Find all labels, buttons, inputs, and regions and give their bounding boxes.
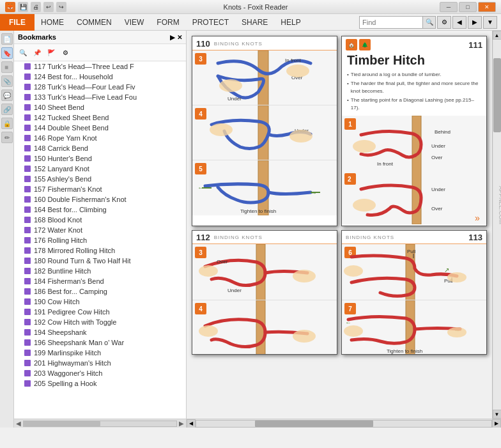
bookmark-item[interactable]: 172 Water Knot (14, 225, 186, 235)
bookmark-item[interactable]: 150 Hunter's Bend (14, 153, 186, 164)
bookmark-item[interactable]: 186 Best for... Camping (14, 286, 186, 297)
panel-icon-pages[interactable]: 📄 (1, 33, 13, 45)
close-button[interactable]: ✕ (478, 2, 496, 12)
scroll-track[interactable] (493, 40, 501, 410)
bookmark-label: 194 Sheepshank (34, 328, 87, 336)
pdf-row-1: 110 BINDING KNOTS 3 (192, 36, 487, 226)
panel-icon-bookmarks[interactable]: 🔖 (1, 47, 13, 59)
bookmark-item[interactable]: 152 Lanyard Knot (14, 164, 186, 174)
svg-text:In front: In front (377, 161, 394, 167)
bookmark-label: 155 Ashley's Bend (34, 175, 91, 183)
bookmark-item[interactable]: 190 Cow Hitch (14, 297, 186, 307)
panel-icon-layers[interactable]: ≡ (1, 61, 13, 73)
search-input[interactable] (359, 16, 423, 29)
right-scrollbar[interactable]: ▲ ▼ (492, 31, 501, 419)
bookmark-item[interactable]: 128 Turk's Head—Four Lead Fiv (14, 82, 186, 92)
bookmark-item[interactable]: 201 Highwayman's Hitch (14, 358, 186, 368)
bookmark-item[interactable]: 182 Buntline Hitch (14, 266, 186, 276)
bookmark-item[interactable]: 191 Pedigree Cow Hitch (14, 307, 186, 317)
menu-help[interactable]: HELP (274, 14, 307, 31)
menu-comment[interactable]: COMMEN (70, 14, 118, 31)
bookmark-label: 182 Buntline Hitch (34, 267, 91, 275)
bookmark-item[interactable]: 142 Tucked Sheet Bend (14, 112, 186, 123)
bookmark-item[interactable]: 205 Spelling a Hook (14, 378, 186, 389)
sidebar-hscroll[interactable] (23, 421, 177, 427)
bookmark-list[interactable]: 117 Turk's Head—Three Lead F124 Best for… (14, 61, 186, 419)
page-113-num: 113 (468, 233, 482, 242)
bookmark-item[interactable]: 176 Rolling Hitch (14, 235, 186, 245)
p113-step7-svg: Tighten to finish ← → (342, 300, 482, 355)
app-icon-print[interactable]: 🖨 (31, 2, 41, 12)
pdf-scroll-area[interactable]: 110 BINDING KNOTS 3 (187, 31, 492, 419)
bullet-dot-1: • (347, 71, 349, 79)
sidebar-close-btn[interactable]: ✕ (177, 34, 182, 41)
app-icon-undo[interactable]: ↩ (43, 2, 54, 12)
page-111-title: Timber Hitch (347, 53, 481, 67)
bookmark-item[interactable]: 196 Sheepshank Man o' War (14, 337, 186, 348)
menu-file[interactable]: FILE (0, 14, 35, 31)
bottom-scrollbar[interactable]: ◀ ▶ (187, 419, 501, 428)
bookmark-item[interactable]: 140 Sheet Bend (14, 102, 186, 112)
bookmark-icon (24, 247, 31, 254)
bookmark-item[interactable]: 192 Cow Hitch with Toggle (14, 317, 186, 327)
menu-home[interactable]: HOME (35, 14, 70, 31)
bookmark-item[interactable]: 144 Double Sheet Bend (14, 123, 186, 133)
bookmark-item[interactable]: 199 Marlinspike Hitch (14, 348, 186, 358)
scroll-bottom-left[interactable]: ◀ (187, 419, 196, 428)
bookmark-item[interactable]: 155 Ashley's Bend (14, 174, 186, 184)
bookmark-item[interactable]: 178 Mirrored Rolling Hitch (14, 245, 186, 256)
menu-view[interactable]: VIEW (118, 14, 151, 31)
h-scroll-track[interactable] (196, 420, 492, 428)
bookmark-item[interactable]: 124 Best for... Household (14, 72, 186, 82)
scroll-up-btn[interactable]: ▲ (493, 31, 502, 40)
bookmark-item[interactable]: 194 Sheepshank (14, 327, 186, 337)
scroll-thumb[interactable] (493, 58, 501, 132)
panel-icon-lock[interactable]: 🔒 (1, 118, 13, 129)
bookmark-item[interactable]: 180 Round Turn & Two Half Hit (14, 256, 186, 266)
next-button[interactable]: ▶ (468, 16, 482, 29)
svg-text:Pull: Pull (407, 249, 416, 254)
bookmark-item[interactable]: 203 Waggoner's Hitch (14, 368, 186, 378)
bookmark-icon (24, 176, 31, 182)
sidebar-tool-settings[interactable]: ⚙ (59, 46, 72, 59)
maximize-button[interactable]: □ (459, 2, 477, 12)
bookmark-label: 203 Waggoner's Hitch (34, 369, 102, 377)
bookmark-item[interactable]: 117 Turk's Head—Three Lead F (14, 61, 186, 72)
panel-icon-comments[interactable]: 💬 (1, 89, 13, 101)
app-icon-save[interactable]: 💾 (18, 2, 28, 12)
bookmark-item[interactable]: 148 Carrick Bend (14, 143, 186, 153)
menu-expand[interactable]: ▼ (483, 16, 497, 29)
panel-icon-edit[interactable]: ✏ (1, 132, 13, 143)
scroll-bottom-right[interactable]: ▶ (492, 419, 501, 428)
scroll-left-btn[interactable]: ◀ (14, 420, 23, 427)
sidebar-tool-search[interactable]: 🔍 (17, 46, 29, 59)
h-scroll-thumb[interactable] (255, 421, 373, 427)
panel-icon-link[interactable]: 🔗 (1, 104, 13, 115)
settings-button[interactable]: ⚙ (437, 16, 451, 29)
bookmark-item[interactable]: 164 Best for... Climbing (14, 205, 186, 215)
svg-text:Over: Over (431, 155, 443, 160)
sidebar: Bookmarks ▶ ✕ 🔍 📌 🚩 ⚙ 117 Turk's Head—Th… (14, 31, 187, 428)
search-button[interactable]: 🔍 (423, 16, 436, 29)
sidebar-tool-flag[interactable]: 🚩 (45, 46, 58, 59)
sidebar-expand-btn[interactable]: ▶ (170, 34, 175, 41)
menu-share[interactable]: SHARE (235, 14, 274, 31)
minimize-button[interactable]: ─ (440, 2, 458, 12)
bookmark-item[interactable]: 160 Double Fisherman's Knot (14, 194, 186, 205)
sidebar-tool-add[interactable]: 📌 (31, 46, 43, 59)
scroll-down-btn[interactable]: ▼ (493, 410, 502, 419)
menu-form[interactable]: FORM (150, 14, 185, 31)
svg-text:Under: Under (227, 96, 242, 102)
bookmark-item[interactable]: 184 Fisherman's Bend (14, 276, 186, 286)
svg-text:Under: Under (431, 187, 445, 192)
bookmark-item[interactable]: 146 Rope Yarn Knot (14, 133, 186, 143)
prev-button[interactable]: ◀ (452, 16, 466, 29)
app-icon-redo[interactable]: ↪ (56, 2, 66, 12)
bookmark-item[interactable]: 157 Fisherman's Knot (14, 184, 186, 194)
svg-point-27 (353, 199, 376, 212)
bookmark-item[interactable]: 133 Turk's Head—Five Lead Fou (14, 92, 186, 102)
bookmark-item[interactable]: 168 Blood Knot (14, 215, 186, 225)
scroll-right-btn[interactable]: ▶ (177, 420, 186, 427)
panel-icon-attachments[interactable]: 📎 (1, 75, 13, 87)
menu-protect[interactable]: PROTECT (186, 14, 235, 31)
